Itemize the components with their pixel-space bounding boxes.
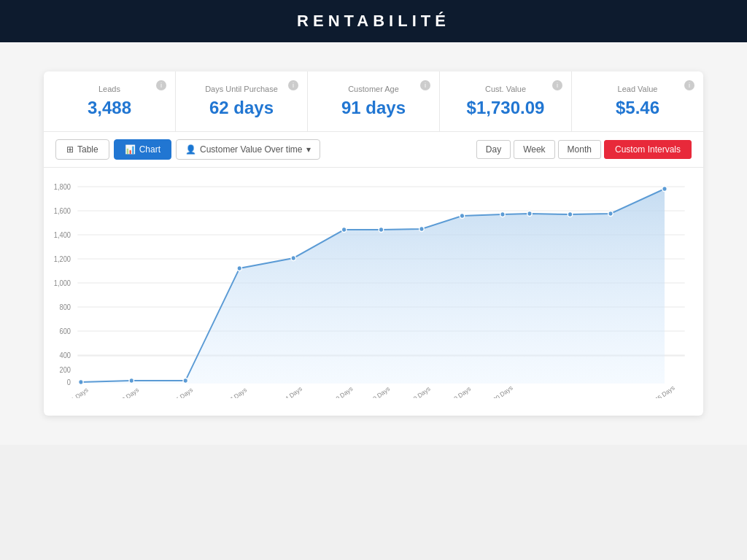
chart-button[interactable]: 📊 Chart <box>114 139 171 160</box>
info-icon-cust-value[interactable]: i <box>552 80 562 90</box>
page-body: i Leads 3,488 i Days Until Purchase 62 d… <box>0 42 747 445</box>
day-button[interactable]: Day <box>476 140 511 159</box>
svg-point-25 <box>379 228 383 233</box>
stat-value-days-until-purchase: 62 days <box>190 98 293 118</box>
svg-text:600: 600 <box>60 327 71 335</box>
svg-text:1,000: 1,000 <box>54 279 71 287</box>
svg-point-29 <box>527 211 532 217</box>
svg-text:200: 200 <box>60 366 71 374</box>
svg-point-20 <box>129 378 133 384</box>
info-icon-lead-value[interactable]: i <box>684 80 694 90</box>
svg-point-26 <box>419 227 424 232</box>
svg-text:400: 400 <box>60 351 71 359</box>
stat-label-customer-age: Customer Age <box>322 85 425 93</box>
chart-area: 1,800 1,600 1,400 1,200 1,000 800 600 40… <box>44 168 703 416</box>
svg-point-24 <box>341 228 346 233</box>
person-icon: 👤 <box>185 144 196 155</box>
stat-label-lead-value: Lead Value <box>587 85 689 93</box>
chart-toolbar: ⊞ Table 📊 Chart 👤 Customer Value Over ti… <box>44 132 703 168</box>
svg-text:0: 0 <box>67 378 71 386</box>
svg-text:60 Days: 60 Days <box>409 384 432 398</box>
stat-item-leads: i Leads 3,488 <box>44 71 176 131</box>
svg-point-28 <box>500 212 505 217</box>
table-grid-icon: ⊞ <box>66 144 74 155</box>
week-button[interactable]: Week <box>514 140 554 159</box>
page-header: RENTABILITÉ <box>0 0 747 42</box>
svg-point-27 <box>460 214 464 219</box>
svg-text:14 Days: 14 Days <box>281 384 303 398</box>
stat-value-lead-value: $5.46 <box>587 98 689 118</box>
table-button[interactable]: ⊞ Table <box>55 139 109 160</box>
info-icon-leads[interactable]: i <box>156 80 166 90</box>
svg-text:20 Days: 20 Days <box>332 384 355 398</box>
metric-dropdown-label: Customer Value Over time <box>200 144 303 155</box>
stat-value-customer-age: 91 days <box>322 98 425 118</box>
stats-row: i Leads 3,488 i Days Until Purchase 62 d… <box>44 71 703 132</box>
stat-value-leads: 3,488 <box>58 98 160 118</box>
stat-label-cust-value: Cust. Value <box>454 85 557 93</box>
svg-text:90 Days: 90 Days <box>450 384 473 398</box>
stat-item-lead-value: i Lead Value $5.46 <box>572 71 703 131</box>
svg-text:1 Days: 1 Days <box>70 386 90 398</box>
info-icon-customer-age[interactable]: i <box>420 80 430 90</box>
stat-item-days-until-purchase: i Days Until Purchase 62 days <box>176 71 308 131</box>
svg-text:1,600: 1,600 <box>54 207 71 215</box>
chevron-down-icon: ▾ <box>306 144 311 155</box>
stat-label-leads: Leads <box>58 85 160 93</box>
month-button[interactable]: Month <box>558 140 601 159</box>
custom-intervals-button[interactable]: Custom Intervals <box>604 140 692 159</box>
svg-text:1,800: 1,800 <box>54 183 71 191</box>
info-icon-days-until-purchase[interactable]: i <box>288 80 298 90</box>
metric-dropdown[interactable]: 👤 Customer Value Over time ▾ <box>176 139 320 160</box>
svg-point-21 <box>183 378 187 384</box>
svg-point-23 <box>291 256 295 261</box>
svg-text:2 Days: 2 Days <box>120 386 140 398</box>
svg-text:5 Days: 5 Days <box>174 386 194 398</box>
interval-buttons: Day Week Month Custom Intervals <box>476 140 692 159</box>
table-button-label: Table <box>77 144 98 155</box>
bar-chart-icon: 📊 <box>125 144 136 155</box>
svg-text:365 Days: 365 Days <box>651 384 676 398</box>
svg-text:30 Days: 30 Days <box>369 384 392 398</box>
stat-item-cust-value: i Cust. Value $1,730.09 <box>440 71 572 131</box>
stat-value-cust-value: $1,730.09 <box>454 98 557 118</box>
svg-text:7 Days: 7 Days <box>228 386 248 398</box>
svg-text:120 Days: 120 Days <box>489 384 514 398</box>
svg-text:800: 800 <box>60 303 71 311</box>
page-title: RENTABILITÉ <box>297 12 450 30</box>
chart-svg: 1,800 1,600 1,400 1,200 1,000 800 600 40… <box>44 179 692 398</box>
svg-point-22 <box>237 266 241 271</box>
svg-point-19 <box>79 380 83 385</box>
stat-item-customer-age: i Customer Age 91 days <box>308 71 440 131</box>
svg-point-32 <box>662 187 667 192</box>
svg-text:1,200: 1,200 <box>54 255 71 263</box>
chart-button-label: Chart <box>139 144 160 155</box>
svg-text:1,400: 1,400 <box>54 231 71 239</box>
svg-point-30 <box>568 212 572 217</box>
svg-point-31 <box>608 211 613 217</box>
stat-label-days-until-purchase: Days Until Purchase <box>190 85 293 93</box>
dashboard-card: i Leads 3,488 i Days Until Purchase 62 d… <box>44 71 703 416</box>
